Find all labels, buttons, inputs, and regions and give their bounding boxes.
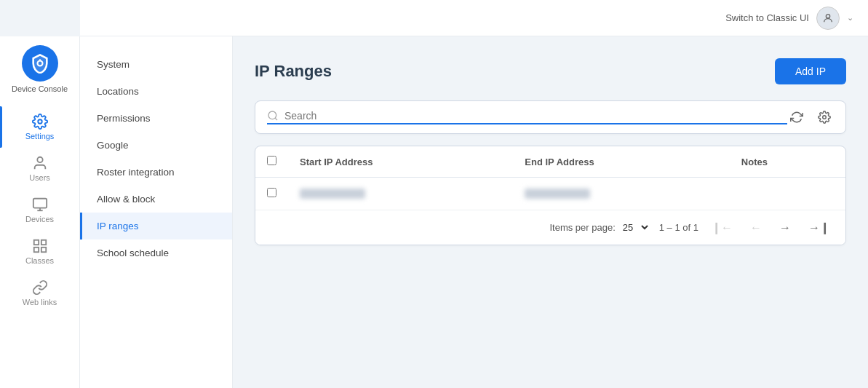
settings-icon bbox=[32, 114, 48, 130]
refresh-button[interactable] bbox=[787, 108, 806, 127]
topbar: Switch to Classic UI ⌄ bbox=[80, 0, 868, 36]
svg-rect-5 bbox=[33, 199, 46, 208]
app-logo[interactable] bbox=[22, 45, 58, 82]
items-per-page: Items per page: 25 50 100 bbox=[549, 221, 650, 234]
page-title: IP Ranges bbox=[255, 62, 332, 81]
svg-point-3 bbox=[38, 119, 42, 124]
users-icon bbox=[32, 155, 48, 171]
end-ip-blurred bbox=[525, 189, 590, 199]
ip-ranges-table-container: Start IP Address End IP Address Notes bbox=[255, 146, 846, 245]
devices-icon bbox=[32, 197, 48, 213]
row-checkbox-col bbox=[255, 178, 288, 210]
user-avatar[interactable] bbox=[816, 7, 840, 30]
gear-icon bbox=[818, 111, 831, 124]
search-bar bbox=[255, 100, 846, 134]
sub-sidebar-item-allow-block[interactable]: Allow & block bbox=[80, 186, 232, 213]
last-page-button[interactable]: →❙ bbox=[804, 218, 834, 237]
svg-point-14 bbox=[823, 116, 827, 119]
sidebar-item-classes-label: Classes bbox=[25, 256, 54, 265]
app-wrapper: Switch to Classic UI ⌄ Device Console bbox=[0, 0, 868, 388]
header-checkbox-col bbox=[255, 146, 288, 178]
search-bar-inner bbox=[267, 110, 787, 124]
main-content: IP Ranges Add IP bbox=[233, 36, 868, 388]
svg-point-0 bbox=[826, 14, 829, 17]
settings-button[interactable] bbox=[815, 108, 834, 127]
sub-sidebar-item-google[interactable]: Google bbox=[80, 132, 232, 159]
refresh-icon bbox=[790, 111, 803, 124]
switch-classic-button[interactable]: Switch to Classic UI bbox=[725, 12, 809, 23]
svg-rect-8 bbox=[33, 240, 38, 245]
svg-rect-9 bbox=[41, 240, 45, 245]
start-ip-blurred bbox=[300, 189, 365, 199]
sidebar-item-web-links[interactable]: Web links bbox=[0, 272, 79, 314]
sub-sidebar: System Locations Permissions Google Rost… bbox=[80, 36, 233, 388]
sidebar-item-settings[interactable]: Settings bbox=[0, 106, 79, 148]
page-info: 1 – 1 of 1 bbox=[659, 222, 698, 233]
header-start-ip: Start IP Address bbox=[288, 146, 513, 178]
search-input[interactable] bbox=[284, 110, 430, 122]
sub-sidebar-item-school-schedule[interactable]: School schedule bbox=[80, 239, 232, 266]
table-header-row: Start IP Address End IP Address Notes bbox=[255, 146, 845, 178]
content-area: Device Console Settings Users Devices bbox=[0, 36, 868, 388]
first-page-button[interactable]: ❙← bbox=[707, 218, 737, 237]
chevron-down-icon: ⌄ bbox=[847, 13, 853, 23]
sidebar-item-devices-label: Devices bbox=[25, 215, 54, 223]
sidebar: Device Console Settings Users Devices bbox=[0, 36, 80, 388]
svg-rect-11 bbox=[41, 248, 45, 252]
sidebar-item-users[interactable]: Users bbox=[0, 148, 79, 189]
sidebar-item-classes[interactable]: Classes bbox=[0, 231, 79, 272]
sub-sidebar-item-system[interactable]: System bbox=[80, 51, 232, 78]
ip-ranges-table: Start IP Address End IP Address Notes bbox=[255, 146, 845, 210]
select-all-checkbox[interactable] bbox=[267, 156, 276, 165]
app-name: Device Console bbox=[12, 84, 68, 93]
row-end-ip bbox=[513, 178, 730, 210]
sidebar-item-users-label: Users bbox=[29, 173, 50, 182]
sub-sidebar-item-roster-integration[interactable]: Roster integration bbox=[80, 159, 232, 186]
items-per-page-select[interactable]: 25 50 100 bbox=[620, 221, 650, 234]
sidebar-item-web-links-label: Web links bbox=[23, 298, 57, 306]
row-start-ip bbox=[288, 178, 513, 210]
sidebar-item-devices[interactable]: Devices bbox=[0, 189, 79, 231]
search-icon bbox=[267, 110, 279, 122]
web-links-icon bbox=[32, 280, 48, 296]
search-actions bbox=[787, 108, 834, 127]
pagination-row: Items per page: 25 50 100 1 – 1 of 1 ❙← … bbox=[255, 210, 845, 245]
items-per-page-label: Items per page: bbox=[549, 222, 615, 233]
svg-rect-10 bbox=[33, 248, 38, 252]
add-ip-button[interactable]: Add IP bbox=[775, 58, 846, 84]
sub-sidebar-item-locations[interactable]: Locations bbox=[80, 78, 232, 105]
sidebar-item-settings-label: Settings bbox=[25, 132, 55, 140]
header-notes: Notes bbox=[730, 146, 845, 178]
main-header: IP Ranges Add IP bbox=[255, 58, 846, 84]
header-end-ip: End IP Address bbox=[513, 146, 730, 178]
sub-sidebar-item-permissions[interactable]: Permissions bbox=[80, 105, 232, 132]
svg-line-13 bbox=[275, 118, 277, 120]
sub-sidebar-item-ip-ranges[interactable]: IP ranges bbox=[80, 213, 232, 239]
svg-point-4 bbox=[37, 157, 42, 162]
classes-icon bbox=[32, 238, 48, 254]
row-checkbox[interactable] bbox=[267, 188, 276, 197]
row-notes bbox=[730, 178, 845, 210]
next-page-button[interactable]: → bbox=[775, 218, 795, 237]
svg-point-12 bbox=[268, 111, 276, 119]
table-row bbox=[255, 178, 845, 210]
prev-page-button[interactable]: ← bbox=[746, 218, 766, 237]
